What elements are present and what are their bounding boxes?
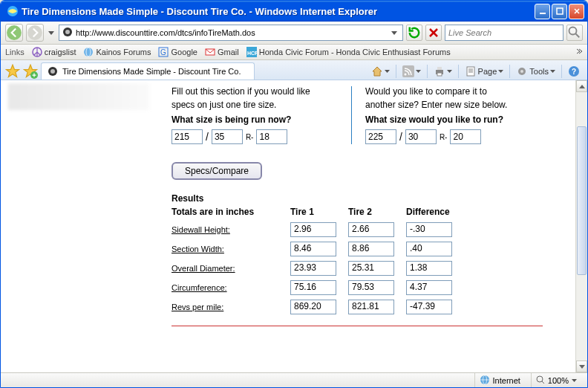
url-dropdown-icon[interactable] <box>389 31 399 35</box>
col-totals-header: Totals are in inches <box>172 207 290 217</box>
gear-icon <box>516 65 528 77</box>
scroll-up-button[interactable] <box>576 80 587 92</box>
status-zone: Internet <box>474 373 525 387</box>
address-bar-group <box>59 25 583 41</box>
search-box[interactable] <box>445 25 564 41</box>
page-menu-button[interactable]: Page <box>462 64 507 79</box>
link-hondacivic[interactable]: HCFHonda Civic Forum - Honda Civic Enthu… <box>246 47 451 57</box>
size1-diameter-input[interactable] <box>256 129 287 144</box>
specs-compare-button[interactable]: Specs/Compare <box>172 162 262 180</box>
nav-toolbar <box>1 22 587 45</box>
vertical-scrollbar[interactable] <box>575 80 587 372</box>
add-favorites-button[interactable] <box>23 64 38 79</box>
maximize-button[interactable] <box>552 4 567 19</box>
value-cell: 25.31 <box>348 261 394 276</box>
value-cell: -.30 <box>406 222 452 237</box>
link-google[interactable]: GGoogle <box>158 47 197 57</box>
value-cell: 869.20 <box>290 300 336 314</box>
page-icon <box>465 65 477 77</box>
table-row: Overall Diameter:23.9325.311.38 <box>172 259 572 278</box>
value-cell: 1.38 <box>406 261 452 276</box>
svg-point-18 <box>50 69 55 74</box>
page-body: Fill out this section if you would like … <box>1 80 587 332</box>
value-cell: 8.86 <box>348 242 394 256</box>
links-toolbar: Links craigslist Kainos Forums GGoogle G… <box>1 45 587 60</box>
size2-width-input[interactable] <box>365 129 396 144</box>
svg-text:G: G <box>160 48 166 56</box>
table-row: Circumference:75.1679.534.37 <box>172 278 572 297</box>
browser-window: Tire Dimensions Made Simple - Discount T… <box>0 0 588 388</box>
scroll-down-button[interactable] <box>576 360 587 372</box>
zoom-label: 100% <box>548 376 569 385</box>
svg-rect-24 <box>467 67 474 76</box>
title-bar: Tire Dimensions Made Simple - Discount T… <box>1 1 587 22</box>
back-button[interactable] <box>5 24 23 42</box>
link-craigslist[interactable]: craigslist <box>32 47 76 57</box>
svg-rect-1 <box>540 13 546 14</box>
value-cell: 2.96 <box>290 222 336 237</box>
row-label[interactable]: Revs per mile: <box>172 303 290 311</box>
row-label[interactable]: Section Width: <box>172 245 290 253</box>
size1-width-input[interactable] <box>172 129 203 144</box>
search-input[interactable] <box>448 28 560 37</box>
feeds-button[interactable] <box>399 64 424 79</box>
right-column: Would you like to compare it to another … <box>351 86 544 144</box>
links-overflow-icon[interactable] <box>575 48 583 56</box>
url-input[interactable] <box>76 28 386 37</box>
svg-point-4 <box>27 25 42 40</box>
size2-diameter-input[interactable] <box>450 129 481 144</box>
svg-rect-22 <box>437 67 442 70</box>
left-intro-2: specs on just one tire size. <box>172 100 338 110</box>
value-cell: 75.16 <box>290 280 336 295</box>
value-cell: 23.93 <box>290 261 336 276</box>
sidebar-blur <box>8 83 149 110</box>
help-button[interactable]: ? <box>565 64 583 79</box>
tools-menu-button[interactable]: Tools <box>513 64 558 79</box>
peace-icon <box>32 47 42 57</box>
link-gmail[interactable]: Gmail <box>205 47 239 57</box>
left-intro-1: Fill out this section if you would like <box>172 86 338 97</box>
svg-rect-23 <box>437 73 442 76</box>
col-tire1-header: Tire 1 <box>290 207 348 217</box>
home-button[interactable] <box>368 64 393 79</box>
close-button[interactable] <box>569 4 584 19</box>
row-label[interactable]: Sidewall Height: <box>172 225 290 234</box>
svg-point-20 <box>404 73 406 75</box>
forward-button[interactable] <box>26 24 44 42</box>
favorites-star-button[interactable] <box>5 64 20 79</box>
minimize-button[interactable] <box>535 4 550 19</box>
hcf-icon: HCF <box>246 47 257 57</box>
globe-icon <box>83 47 94 57</box>
status-zoom[interactable]: 100% <box>531 373 581 387</box>
address-bar[interactable] <box>59 25 403 41</box>
refresh-button[interactable] <box>406 25 422 41</box>
svg-rect-19 <box>402 65 414 77</box>
size2-aspect-input[interactable] <box>405 129 437 144</box>
col-tire2-header: Tire 2 <box>348 207 406 217</box>
results-heading: Results <box>172 193 572 204</box>
help-icon: ? <box>568 65 580 77</box>
ie-icon <box>7 5 19 17</box>
row-label[interactable]: Circumference: <box>172 283 290 292</box>
link-kainos[interactable]: Kainos Forums <box>83 47 151 57</box>
print-icon <box>434 65 445 77</box>
search-button[interactable] <box>566 25 583 41</box>
home-icon <box>371 65 383 77</box>
value-cell: .40 <box>406 242 452 256</box>
row-label[interactable]: Overall Diameter: <box>172 264 290 273</box>
r-label-1: R- <box>246 133 254 141</box>
size1-aspect-input[interactable] <box>212 129 243 144</box>
r-label-2: R- <box>440 133 448 141</box>
nav-history-dropdown[interactable] <box>47 24 56 42</box>
svg-point-9 <box>84 48 93 56</box>
tab-title: Tire Dimensions Made Simple - Discount T… <box>62 67 241 76</box>
right-intro-2: another size? Enter new size below. <box>365 100 531 110</box>
links-label: Links <box>5 48 24 56</box>
scroll-thumb[interactable] <box>577 126 587 275</box>
tab-active[interactable]: Tire Dimensions Made Simple - Discount T… <box>41 62 255 80</box>
value-cell: -47.39 <box>406 300 452 314</box>
stop-button[interactable] <box>425 25 442 41</box>
print-button[interactable] <box>431 64 455 79</box>
table-row: Sidewall Height:2.962.66-.30 <box>172 220 572 239</box>
divider-line <box>172 326 543 326</box>
